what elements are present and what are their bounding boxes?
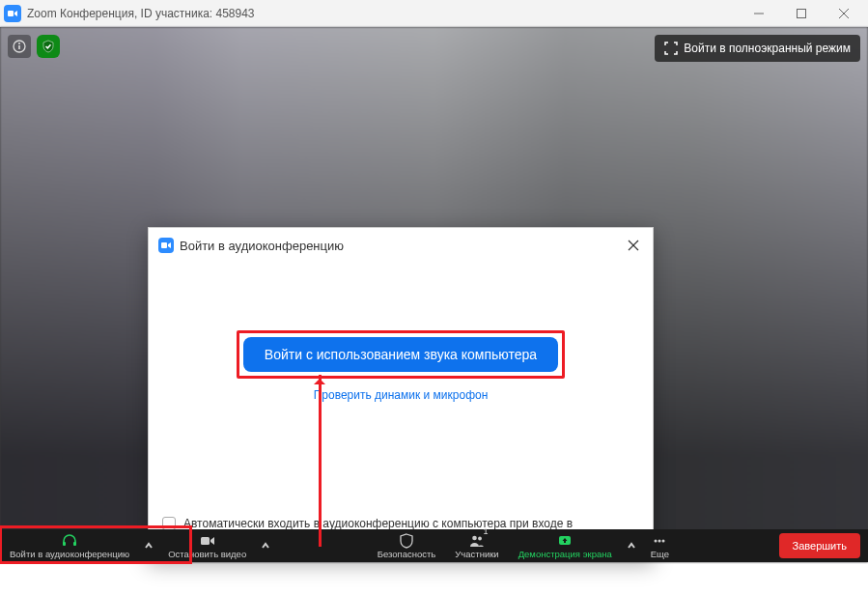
more-button[interactable]: Еще (641, 529, 679, 562)
svg-rect-2 (798, 9, 806, 17)
more-icon (652, 533, 667, 549)
video-icon (200, 533, 215, 549)
svg-point-6 (18, 42, 20, 44)
svg-point-14 (472, 535, 477, 540)
close-button[interactable] (829, 4, 858, 23)
zoom-dialog-icon (158, 238, 174, 253)
join-computer-audio-button[interactable]: Войти с использованием звука компьютера (243, 337, 558, 372)
window-titlebar: Zoom Конференция, ID участника: 458943 (0, 0, 868, 27)
end-meeting-label: Завершить (793, 540, 847, 552)
join-audio-label: Войти в аудиоконференцию (10, 550, 129, 559)
dialog-body: Войти с использованием звука компьютера … (149, 263, 653, 506)
more-label: Еще (651, 550, 669, 559)
stop-video-label: Остановить видео (168, 550, 246, 559)
svg-rect-0 (8, 11, 14, 16)
share-menu-chevron[interactable] (622, 529, 641, 562)
share-screen-label: Демонстрация экрана (518, 550, 612, 559)
video-menu-chevron[interactable] (256, 529, 275, 562)
participants-count: 1 (484, 527, 489, 536)
svg-point-17 (655, 539, 658, 542)
svg-rect-13 (201, 537, 210, 545)
svg-point-15 (478, 536, 482, 540)
svg-point-18 (658, 539, 661, 542)
zoom-app-icon (4, 5, 21, 22)
participants-label: Участники (455, 550, 498, 559)
fullscreen-label: Войти в полноэкранный режим (684, 42, 851, 55)
top-left-badges (8, 35, 60, 58)
fullscreen-icon (664, 42, 678, 55)
audio-join-dialog: Войти в аудиоконференцию Войти с использ… (148, 227, 654, 561)
audio-menu-chevron[interactable] (139, 529, 158, 562)
share-screen-icon (557, 533, 573, 549)
headphones-icon (62, 533, 77, 549)
svg-rect-11 (63, 542, 66, 546)
meeting-toolbar: Войти в аудиоконференцию Остановить виде… (0, 529, 868, 562)
window-controls (744, 4, 858, 23)
video-area: Войти в полноэкранный режим Войти в ауди… (0, 27, 868, 562)
stop-video-button[interactable]: Остановить видео (158, 529, 256, 562)
audio-control-group: Войти в аудиоконференцию (0, 529, 158, 562)
end-meeting-button[interactable]: Завершить (779, 533, 860, 558)
minimize-button[interactable] (744, 4, 773, 23)
encryption-shield-icon[interactable] (37, 35, 60, 58)
info-icon[interactable] (8, 35, 31, 58)
window-title: Zoom Конференция, ID участника: 458943 (27, 7, 744, 20)
svg-rect-12 (73, 542, 76, 546)
auto-join-checkbox[interactable] (162, 517, 176, 530)
dialog-title: Войти в аудиоконференцию (180, 239, 624, 253)
share-screen-button[interactable]: Демонстрация экрана (509, 529, 622, 562)
svg-rect-7 (18, 45, 20, 49)
svg-point-19 (662, 539, 665, 542)
test-speaker-mic-link[interactable]: Проверить динамик и микрофон (314, 388, 489, 402)
join-audio-button[interactable]: Войти в аудиоконференцию (0, 529, 139, 562)
annotation-highlight: Войти с использованием звука компьютера (237, 330, 565, 379)
dialog-header: Войти в аудиоконференцию (149, 228, 653, 263)
shield-icon (399, 533, 414, 549)
dialog-close-button[interactable] (624, 236, 643, 255)
maximize-button[interactable] (787, 4, 816, 23)
fullscreen-button[interactable]: Войти в полноэкранный режим (655, 35, 860, 62)
security-button[interactable]: Безопасность (368, 529, 446, 562)
participants-button[interactable]: 1 Участники (445, 529, 508, 562)
security-label: Безопасность (378, 550, 436, 559)
svg-rect-8 (161, 242, 167, 248)
